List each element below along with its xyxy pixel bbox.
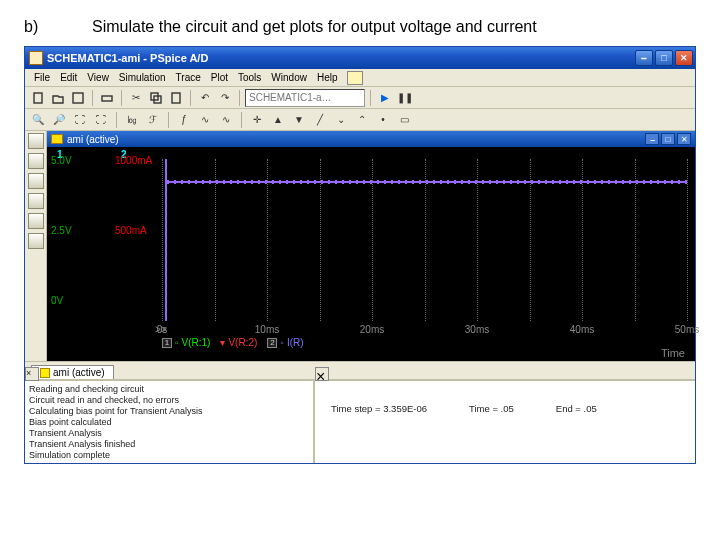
question-label: b) [24, 18, 92, 36]
log-x-icon[interactable]: ㏒ [123, 111, 141, 129]
log-line: Reading and checking circuit [29, 384, 309, 395]
log-line: Simulation complete [29, 450, 309, 461]
status-pane: × Time step = 3.359E-06 Time = .05 End =… [315, 381, 695, 463]
minimize-button[interactable]: ‒ [635, 50, 653, 66]
svg-rect-1 [73, 93, 83, 103]
toolbar-row-1: ✂ ↶ ↷ SCHEMATIC1-a… ▶ ❚❚ [25, 87, 695, 109]
tab-label: ami (active) [53, 367, 105, 378]
menu-plot[interactable]: Plot [206, 72, 233, 83]
x-tick: 50ms [675, 324, 699, 335]
y1-tick: 2.5V [51, 225, 72, 236]
print-icon[interactable] [98, 89, 116, 107]
mark-label-icon[interactable]: ▭ [395, 111, 413, 129]
y2-tick: 1000mA [115, 155, 152, 166]
x-tick: 20ms [360, 324, 384, 335]
output-log[interactable]: × Reading and checking circuit Circuit r… [25, 381, 315, 463]
undo-icon[interactable]: ↶ [196, 89, 214, 107]
tab-ami[interactable]: ami (active) [31, 365, 114, 379]
menu-edit[interactable]: Edit [55, 72, 82, 83]
x-tick: 10ms [255, 324, 279, 335]
new-icon[interactable] [29, 89, 47, 107]
x-axis-label: Time [661, 347, 685, 359]
svg-rect-0 [34, 93, 42, 103]
menu-help[interactable]: Help [312, 72, 343, 83]
trace-del-icon[interactable]: ∿ [217, 111, 235, 129]
cursor-icon[interactable]: ✛ [248, 111, 266, 129]
copy-icon[interactable] [147, 89, 165, 107]
app-icon [29, 51, 43, 65]
zoom-area-icon[interactable]: ⛶ [71, 111, 89, 129]
maximize-button[interactable]: □ [655, 50, 673, 66]
app-window: SCHEMATIC1-ami - PSpice A/D ‒ □ ✕ File E… [24, 46, 696, 464]
svg-rect-2 [102, 96, 112, 101]
plot-max-button[interactable]: □ [661, 133, 675, 145]
legend-v2: V(R:2) [228, 337, 257, 348]
left-tool-strip [25, 131, 47, 361]
eval-icon[interactable]: ƒ [175, 111, 193, 129]
close-button[interactable]: ✕ [675, 50, 693, 66]
zoom-out-icon[interactable]: 🔎 [50, 111, 68, 129]
cursor-max-icon[interactable]: ⌃ [353, 111, 371, 129]
plot-area[interactable]: 1 2 5.0V 2.5V 0V 1000mA 500mA >> [47, 147, 695, 361]
paste-icon[interactable] [167, 89, 185, 107]
y1-tick: 5.0V [51, 155, 72, 166]
menu-simulation[interactable]: Simulation [114, 72, 171, 83]
log-line: Bias point calculated [29, 417, 309, 428]
tab-icon [40, 368, 50, 378]
menu-trace[interactable]: Trace [171, 72, 206, 83]
log-line: Calculating bias point for Transient Ana… [29, 406, 309, 417]
zoom-fit-icon[interactable]: ⛶ [92, 111, 110, 129]
schematic-name-text: SCHEMATIC1-a… [249, 92, 332, 103]
strip-icon[interactable] [28, 153, 44, 169]
legend-marker: 2 [267, 338, 277, 348]
fft-icon[interactable]: ℱ [144, 111, 162, 129]
work-area: ami (active) ‒ □ ✕ 1 2 5.0V 2.5V 0V 1000… [25, 131, 695, 361]
strip-icon[interactable] [28, 173, 44, 189]
menubar[interactable]: File Edit View Simulation Trace Plot Too… [25, 69, 695, 87]
question-body: Simulate the circuit and get plots for o… [92, 18, 537, 35]
cursor-point-icon[interactable]: • [374, 111, 392, 129]
strip-icon[interactable] [28, 233, 44, 249]
strip-icon[interactable] [28, 133, 44, 149]
legend-v1: V(R:1) [182, 337, 211, 348]
log-line: Circuit read in and checked, no errors [29, 395, 309, 406]
schematic-name-field[interactable]: SCHEMATIC1-a… [245, 89, 365, 107]
x-tick: 40ms [570, 324, 594, 335]
question-text: b)Simulate the circuit and get plots for… [24, 18, 696, 36]
status-end: End = .05 [556, 403, 597, 414]
open-icon[interactable] [49, 89, 67, 107]
status-close-icon[interactable]: × [315, 367, 329, 381]
toolbar-row-2: 🔍 🔎 ⛶ ⛶ ㏒ ℱ ƒ ∿ ∿ ✛ ▲ ▼ ╱ ⌄ ⌃ • ▭ [25, 109, 695, 131]
plot-min-button[interactable]: ‒ [645, 133, 659, 145]
menu-view[interactable]: View [82, 72, 114, 83]
x-tick: 0s [157, 324, 168, 335]
run-button[interactable]: ▶ [376, 89, 394, 107]
status-time: Time = .05 [469, 403, 514, 414]
cut-icon[interactable]: ✂ [127, 89, 145, 107]
cursor-min-icon[interactable]: ⌄ [332, 111, 350, 129]
bottom-panes: × Reading and checking circuit Circuit r… [25, 379, 695, 463]
save-icon[interactable] [69, 89, 87, 107]
tab-row: ami (active) [25, 361, 695, 379]
legend-marker: 1 [162, 338, 172, 348]
cursor-slope-icon[interactable]: ╱ [311, 111, 329, 129]
plot-title: ami (active) [67, 134, 119, 145]
redo-icon[interactable]: ↷ [216, 89, 234, 107]
menu-file[interactable]: File [29, 72, 55, 83]
legend-i1: I(R) [287, 337, 304, 348]
log-close-icon[interactable]: × [25, 367, 39, 381]
plot-titlebar[interactable]: ami (active) ‒ □ ✕ [47, 131, 695, 147]
cursor-trough-icon[interactable]: ▼ [290, 111, 308, 129]
plot-trace [162, 159, 687, 321]
menu-window[interactable]: Window [266, 72, 312, 83]
strip-icon[interactable] [28, 213, 44, 229]
pause-button[interactable]: ❚❚ [396, 89, 414, 107]
trace-add-icon[interactable]: ∿ [196, 111, 214, 129]
plot-close-button[interactable]: ✕ [677, 133, 691, 145]
log-line: Transient Analysis [29, 428, 309, 439]
strip-icon[interactable] [28, 193, 44, 209]
zoom-in-icon[interactable]: 🔍 [29, 111, 47, 129]
cursor-peak-icon[interactable]: ▲ [269, 111, 287, 129]
menu-tools[interactable]: Tools [233, 72, 266, 83]
titlebar[interactable]: SCHEMATIC1-ami - PSpice A/D ‒ □ ✕ [25, 47, 695, 69]
